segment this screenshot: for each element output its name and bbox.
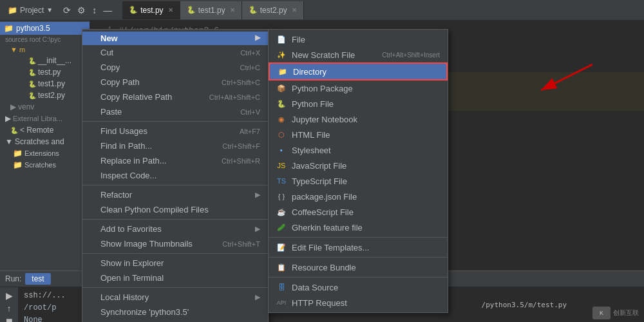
submenu-item-stylesheet[interactable]: ▪ Stylesheet [269, 142, 448, 158]
menu-item-open-terminal[interactable]: Open in Terminal [82, 270, 268, 285]
tree-item-scratches[interactable]: 📁 Scratches [0, 159, 90, 171]
menu-item-add-favorites[interactable]: Add to Favorites ▶ [82, 222, 268, 236]
submenu-item-file[interactable]: 📄 File [269, 32, 448, 47]
edit-templates-label: Edit File Templates... [292, 243, 369, 252]
image-thumbnails-label: Show Image Thumbnails [100, 239, 193, 249]
project-button[interactable]: 📁 Project ▼ [3, 3, 58, 17]
tree-item-init[interactable]: 🐍 __init__... [0, 55, 90, 66]
menu-item-find-usages[interactable]: Find Usages Alt+F7 [82, 124, 268, 138]
menu-item-refactor[interactable]: Refactor ▶ [82, 187, 268, 202]
submenu-item-html[interactable]: ⬡ HTML File [269, 127, 448, 142]
minimize-icon[interactable]: — [100, 4, 115, 17]
submenu-item-directory[interactable]: 📁 Directory [269, 62, 448, 80]
menu-item-clean-compiled[interactable]: Clean Python Compiled Files [82, 202, 268, 217]
jupyter-label: Jupyter Notebook [292, 115, 357, 124]
submenu-item-edit-templates[interactable]: 📝 Edit File Templates... [269, 240, 448, 255]
find-in-path-shortcut: Ctrl+Shift+F [222, 142, 260, 150]
submenu-divider-1 [269, 237, 448, 238]
sidebar-header: 📁 python3.5 [0, 22, 90, 35]
submenu-item-data-source[interactable]: 🗄 Data Source [269, 279, 448, 295]
submenu-item-python-file[interactable]: 🐍 Python File [269, 96, 448, 111]
pkg-sm-icon: 📦 [276, 83, 287, 93]
local-history-arrow: ▶ [255, 293, 260, 301]
tree-item-test1py[interactable]: 🐍 test1.py [0, 78, 90, 90]
replace-in-path-shortcut: Ctrl+Shift+R [222, 157, 260, 165]
tab-test-py[interactable]: 🐍 test.py ✕ [122, 1, 180, 19]
menu-item-image-thumbnails[interactable]: Show Image Thumbnails Ctrl+Shift+T [82, 236, 268, 251]
tab-file-icon-0: 🐍 [129, 6, 138, 14]
submenu-item-coffee[interactable]: ☕ CoffeeScript File [269, 204, 448, 220]
submenu-item-python-package[interactable]: 📦 Python Package [269, 80, 448, 96]
python-file-label: Python File [292, 99, 334, 109]
cut-label: Cut [100, 48, 113, 57]
ide-window: 📁 Project ▼ ⟳ ⚙ ↕ — 🐍 test.py ✕ 🐍 test1.… [0, 0, 644, 322]
submenu-item-gherkin[interactable]: 🥒 Gherkin feature file [269, 220, 448, 235]
tab-close-0[interactable]: ✕ [168, 6, 173, 14]
tree-item-testpy[interactable]: 🐍 test.py [0, 66, 90, 78]
submenu-item-resource-bundle[interactable]: 📋 Resource Bundle [269, 260, 448, 275]
cut-shortcut: Ctrl+X [240, 49, 260, 57]
copy-path-label: Copy Path [100, 77, 140, 87]
menu-item-edit-scopes[interactable]: Edit Scopes... [82, 319, 268, 322]
run-up-button[interactable]: ↑ [3, 303, 15, 314]
menu-item-replace-in-path[interactable]: Replace in Path... Ctrl+Shift+R [82, 153, 268, 168]
folder-m-icon: ▼ [10, 46, 17, 53]
tab-test2-py[interactable]: 🐍 test2.py ✕ [242, 1, 304, 19]
submenu-new: 📄 File ✨ New Scratch File Ctrl+Alt+Shift… [268, 29, 448, 313]
menu-item-inspect-code[interactable]: Inspect Code... [82, 168, 268, 183]
coffee-label: CoffeeScript File [292, 207, 354, 217]
tab-icon-group: ⟳ ⚙ ↕ — [61, 4, 115, 17]
edit-templates-icon: 📝 [276, 242, 287, 252]
run-tab[interactable]: test [25, 273, 50, 285]
submenu-item-js[interactable]: JS JavaScript File [269, 158, 448, 173]
watermark: K 创新互联 [592, 307, 639, 319]
expand-icon[interactable]: ↕ [90, 4, 99, 17]
run-stop-button[interactable]: ⏹ [3, 316, 15, 322]
menu-item-copy[interactable]: Copy Ctrl+C [82, 60, 268, 75]
tree-item-scratches-and[interactable]: ▼ Scratches and [0, 136, 90, 147]
tab-close-1[interactable]: ✕ [230, 6, 235, 14]
submenu-item-scratch[interactable]: ✨ New Scratch File Ctrl+Alt+Shift+Insert [269, 47, 448, 62]
tab-close-2[interactable]: ✕ [292, 6, 297, 14]
menu-item-copy-path[interactable]: Copy Path Ctrl+Shift+C [82, 75, 268, 90]
tree-item-venv[interactable]: ▶ venv [0, 101, 90, 113]
menu-item-find-in-path[interactable]: Find in Path... Ctrl+Shift+F [82, 138, 268, 153]
py-test1-icon: 🐍 [15, 80, 36, 88]
menu-item-copy-relative-path[interactable]: Copy Relative Path Ctrl+Alt+Shift+C [82, 90, 268, 104]
refactor-arrow: ▶ [255, 191, 260, 199]
tree-item-extensions[interactable]: 📁 Extensions [0, 147, 90, 159]
run-path: /python3.5/m/test.py [482, 301, 567, 309]
tab-label-2: test2.py [260, 6, 287, 15]
scratches-label: Scratches [24, 161, 56, 169]
sync-icon[interactable]: ⟳ [61, 4, 73, 17]
tab-test1-py[interactable]: 🐍 test1.py ✕ [180, 1, 242, 19]
py-init-icon: 🐍 [15, 57, 36, 64]
menu-item-paste[interactable]: Paste Ctrl+V [82, 104, 268, 119]
tree-item-test2py[interactable]: 🐍 test2.py [0, 90, 90, 101]
context-menu-header[interactable]: New ▶ [82, 32, 268, 45]
menu-item-show-explorer[interactable]: Show in Explorer [82, 256, 268, 270]
scratches-sub-icon: 📁 [5, 160, 23, 169]
folder-icon: 📁 [4, 24, 14, 33]
tab-file-icon-2: 🐍 [249, 6, 258, 14]
find-in-path-label: Find in Path... [100, 141, 152, 151]
submenu-item-jupyter[interactable]: ◉ Jupyter Notebook [269, 111, 448, 127]
watermark-logo: K [592, 307, 611, 319]
stylesheet-label: Stylesheet [292, 146, 331, 155]
menu-item-synchronize[interactable]: Synchronize 'python3.5' [82, 305, 268, 319]
menu-item-local-history[interactable]: Local History ▶ [82, 290, 268, 305]
run-label: Run: [5, 274, 21, 283]
folder-m-label: m [19, 46, 25, 53]
tree-item-external[interactable]: ▶ External Libra... [0, 113, 90, 124]
tree-item-m[interactable]: ▼ m [0, 44, 90, 55]
tree-item-remote[interactable]: 🐍 < Remote [0, 124, 90, 136]
submenu-item-ts[interactable]: TS TypeScript File [269, 173, 448, 189]
submenu-item-http[interactable]: API HTTP Request [269, 295, 448, 310]
settings-icon[interactable]: ⚙ [75, 4, 88, 17]
python-package-label: Python Package [292, 84, 353, 93]
copy-label: Copy [100, 62, 120, 72]
submenu-item-json[interactable]: { } package.json File [269, 189, 448, 204]
run-play-button[interactable]: ▶ [3, 290, 15, 301]
menu-item-cut[interactable]: Cut Ctrl+X [82, 45, 268, 60]
submenu-divider-2 [269, 257, 448, 258]
